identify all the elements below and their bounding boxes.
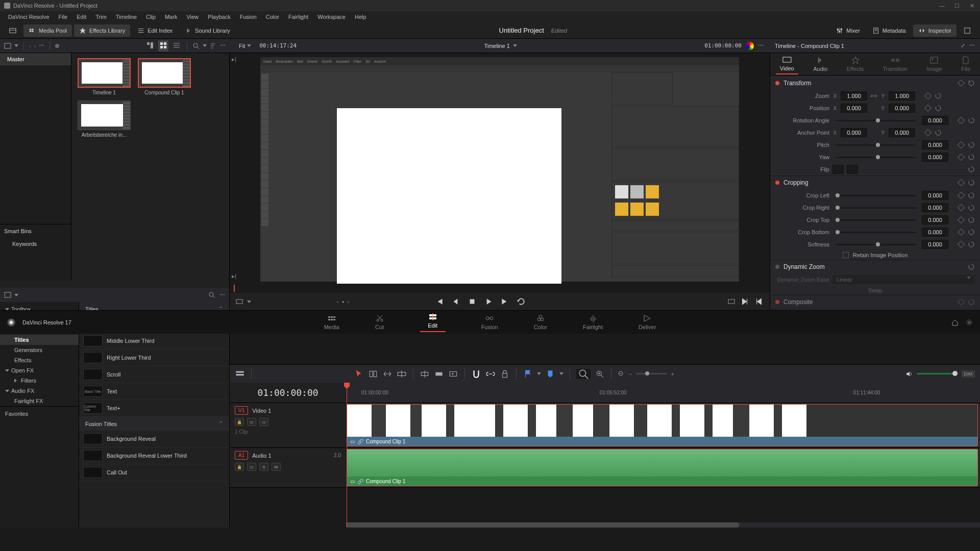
menu-davinci[interactable]: DaVinci Resolve <box>4 12 54 21</box>
reset-icon[interactable] <box>968 166 975 173</box>
reset-icon[interactable] <box>968 117 975 124</box>
tab-audio[interactable]: Audio <box>809 54 831 74</box>
fx-layout-icon[interactable] <box>4 291 11 298</box>
settings-icon[interactable] <box>966 319 973 326</box>
menu-file[interactable]: File <box>55 12 72 21</box>
v1-badge[interactable]: V1 <box>235 406 248 415</box>
bin-master[interactable]: Master <box>0 53 71 65</box>
viewer-timeline-select[interactable]: Timeline 1 <box>484 43 517 49</box>
keyframe-icon[interactable] <box>958 241 965 248</box>
reset-icon[interactable] <box>968 154 975 161</box>
dynamic-trim-tool[interactable] <box>382 369 393 379</box>
reset-icon[interactable] <box>968 192 975 199</box>
viewer-zoom-select[interactable]: Fit <box>236 42 254 50</box>
search-icon[interactable] <box>208 291 215 298</box>
chevron-down-icon[interactable] <box>14 44 18 47</box>
bin-keywords[interactable]: Keywords <box>0 238 71 250</box>
marker-chevron-icon[interactable] <box>559 372 564 375</box>
keyframe-icon[interactable] <box>958 154 965 161</box>
dim-button[interactable]: DIM <box>962 370 975 378</box>
fx-favorites[interactable]: Favorites <box>0 406 79 419</box>
fx-options-icon[interactable]: ⋯ <box>219 292 225 298</box>
lock-tool[interactable] <box>500 369 510 379</box>
smart-bins-header[interactable]: Smart Bins <box>0 224 71 238</box>
keyframe-icon[interactable] <box>958 216 965 223</box>
fx-fairlightfx[interactable]: Fairlight FX <box>0 396 79 406</box>
thumbnail-view-icon[interactable] <box>158 40 168 52</box>
reset-icon[interactable] <box>968 141 975 148</box>
next-icon[interactable]: › <box>34 43 36 49</box>
track-auto-icon[interactable]: ▭ <box>247 418 256 426</box>
fullscreen-button[interactable] <box>959 24 976 37</box>
volume-icon[interactable] <box>905 370 913 378</box>
crop-left-input[interactable] <box>922 191 948 200</box>
flag-chevron-icon[interactable] <box>537 372 541 375</box>
viewer-canvas[interactable]: DateiBearbeitenBildEbeneSchriftAuswahlFi… <box>260 57 739 282</box>
search-chevron-icon[interactable] <box>203 44 207 47</box>
reset-icon[interactable] <box>968 298 975 306</box>
transport-chevron-icon[interactable] <box>247 300 251 303</box>
zoom-slider[interactable] <box>636 373 667 374</box>
reset-icon[interactable] <box>968 241 975 248</box>
zoom-out-icon[interactable] <box>618 370 625 378</box>
close-icon[interactable]: ✕ <box>970 3 976 9</box>
fx-scroll[interactable]: Scroll <box>79 366 229 383</box>
reset-icon[interactable] <box>968 179 975 186</box>
anchor-y-input[interactable] <box>889 128 915 137</box>
keyframe-icon[interactable] <box>958 117 965 124</box>
timeline-ruler[interactable]: 01:00:00:00 01:05:52:00 01:11:44:00 <box>346 383 980 403</box>
dynzoom-enable-dot[interactable] <box>775 265 779 269</box>
nav-prev-icon[interactable]: ‹ <box>337 298 339 305</box>
viewer-expand-icon[interactable]: ▸| <box>232 56 236 63</box>
fx-openfx[interactable]: Open FX <box>0 365 79 375</box>
fx-audiofx[interactable]: Audio FX <box>0 386 79 396</box>
prev-icon[interactable]: ‹ <box>29 43 31 49</box>
page-cut[interactable]: Cut <box>370 312 389 332</box>
marker-tool[interactable] <box>545 369 555 379</box>
fx-right-lower-third[interactable]: Right Lower Third <box>79 349 229 366</box>
position-x-input[interactable] <box>841 104 867 113</box>
reset-icon[interactable] <box>968 216 975 223</box>
viewer-options-icon[interactable]: ⋯ <box>758 42 764 49</box>
link-tool[interactable] <box>485 369 496 379</box>
page-fairlight[interactable]: Fairlight <box>578 312 608 332</box>
flip-v-button[interactable] <box>847 165 858 174</box>
nav-next-icon[interactable]: › <box>347 298 349 305</box>
keyframe-icon[interactable] <box>924 105 932 112</box>
play-button[interactable] <box>484 297 493 306</box>
inspector-expand-icon[interactable]: ⤢ <box>961 42 965 49</box>
position-y-input[interactable] <box>889 104 915 113</box>
minimize-icon[interactable]: — <box>939 3 945 9</box>
fx-text-plus[interactable]: Custom TitleText+ <box>79 400 229 417</box>
page-edit[interactable]: Edit <box>415 311 451 334</box>
home-icon[interactable] <box>951 319 959 326</box>
viewer-scrubber[interactable] <box>233 284 767 293</box>
list-view-icon[interactable] <box>172 40 182 52</box>
reset-icon[interactable] <box>935 105 942 112</box>
pitch-slider[interactable] <box>836 144 916 146</box>
reset-icon[interactable] <box>968 204 975 211</box>
a1-badge[interactable]: A1 <box>235 451 248 460</box>
first-frame-button[interactable] <box>435 297 444 306</box>
fx-effects[interactable]: Effects <box>0 355 79 365</box>
zoom-minus-icon[interactable]: − <box>629 371 632 377</box>
mute-button[interactable]: M <box>272 463 281 471</box>
zoom-x-input[interactable] <box>841 91 867 101</box>
prev-frame-button[interactable] <box>451 297 460 306</box>
pitch-input[interactable] <box>922 140 948 149</box>
viewer-expand2-icon[interactable]: ▸| <box>232 273 236 280</box>
zoom-plus-icon[interactable]: + <box>671 371 674 377</box>
reset-icon[interactable] <box>935 129 942 136</box>
menu-mark[interactable]: Mark <box>161 12 181 21</box>
insert-tool[interactable] <box>420 369 430 379</box>
keyframe-icon[interactable] <box>958 192 965 199</box>
crop-top-input[interactable] <box>922 215 948 224</box>
retain-position-checkbox[interactable] <box>843 252 849 258</box>
crop-right-input[interactable] <box>922 203 948 212</box>
flag-tool[interactable] <box>523 369 533 379</box>
jump-start-icon[interactable] <box>754 297 764 306</box>
track-lock-icon[interactable]: 🔒 <box>235 418 244 426</box>
timeline-scrollbar[interactable] <box>230 522 980 528</box>
zoom-timeline-icon[interactable] <box>595 369 605 379</box>
stop-button[interactable] <box>468 297 477 306</box>
